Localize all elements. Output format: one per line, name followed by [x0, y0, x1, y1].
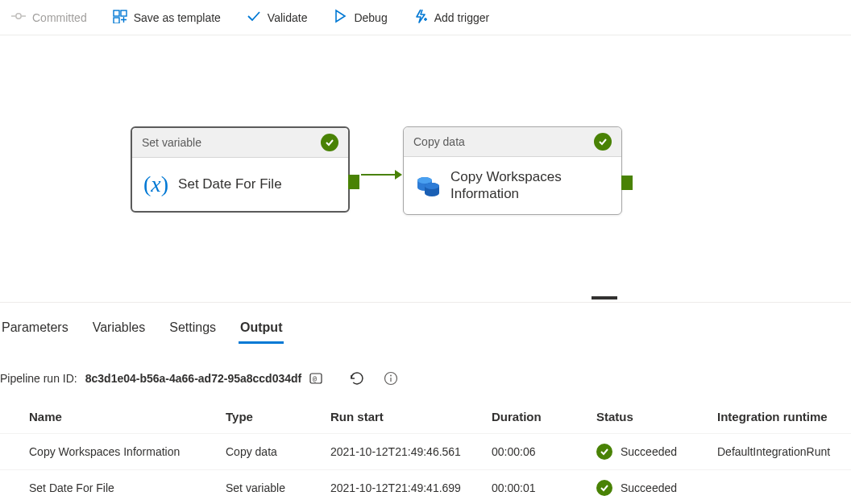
activity-header: Copy data — [404, 127, 621, 157]
activity-body: x Set Date For File — [132, 158, 348, 211]
cell-name: Copy Workspaces Information — [0, 434, 226, 470]
success-icon — [596, 444, 612, 460]
svg-point-0 — [16, 14, 21, 19]
output-table: Name Type Run start Duration Status Inte… — [0, 400, 851, 504]
bottom-tabs: Parameters Variables Settings Output — [0, 317, 851, 353]
save-as-template-label: Save as template — [134, 11, 221, 24]
cell-run-start: 2021-10-12T21:49:46.561 — [330, 434, 492, 470]
add-trigger-button[interactable]: Add trigger — [405, 4, 497, 31]
cell-duration: 00:00:06 — [492, 434, 596, 470]
refresh-icon[interactable] — [347, 368, 367, 389]
table-row[interactable]: Set Date For File Set variable 2021-10-1… — [0, 470, 851, 505]
cell-type: Copy data — [226, 434, 330, 470]
cell-type: Set variable — [226, 470, 330, 505]
debug-label: Debug — [354, 11, 387, 24]
activity-body: Copy Workspaces Information — [404, 157, 621, 214]
database-icon — [415, 172, 441, 198]
committed-label: Committed — [32, 11, 87, 24]
col-type[interactable]: Type — [226, 400, 330, 434]
col-runtime[interactable]: Integration runtime — [717, 400, 851, 434]
col-name[interactable]: Name — [0, 400, 226, 434]
connection-line — [361, 174, 396, 176]
validate-button[interactable]: Validate — [239, 4, 316, 31]
activity-header: Set variable — [132, 128, 348, 158]
validate-label: Validate — [268, 11, 308, 24]
arrow-head-icon — [395, 170, 402, 180]
trigger-icon — [413, 9, 428, 26]
activity-type-label: Set variable — [142, 136, 201, 149]
cell-status: Succeeded — [596, 470, 717, 505]
activity-name: Copy Workspaces Information — [450, 168, 610, 203]
success-icon — [594, 133, 612, 151]
committed-button: Committed — [3, 4, 95, 31]
activity-set-variable[interactable]: Set variable x Set Date For File — [131, 126, 350, 213]
tab-output[interactable]: Output — [239, 317, 284, 344]
bottom-panel: Parameters Variables Settings Output Pip… — [0, 303, 851, 504]
output-port[interactable] — [621, 176, 633, 190]
col-run-start[interactable]: Run start — [330, 400, 492, 434]
cell-runtime — [717, 470, 851, 505]
svg-rect-5 — [114, 18, 119, 23]
col-status[interactable]: Status — [596, 400, 717, 434]
success-icon — [596, 480, 612, 496]
check-icon — [247, 9, 261, 26]
commit-icon — [11, 9, 26, 26]
pipeline-run-row: Pipeline run ID: 8c3d1e04-b56a-4a66-ad72… — [0, 353, 851, 400]
cell-name: Set Date For File — [0, 470, 226, 505]
svg-marker-6 — [336, 10, 345, 22]
add-trigger-label: Add trigger — [434, 11, 489, 24]
table-header-row: Name Type Run start Duration Status Inte… — [0, 400, 851, 434]
copy-icon[interactable]: @ — [309, 373, 324, 384]
cell-runtime: DefaultIntegrationRunt — [717, 434, 851, 470]
activity-name: Set Date For File — [178, 176, 282, 192]
status-text: Succeeded — [621, 481, 677, 494]
pipeline-run-id-value: 8c3d1e04-b56a-4a66-ad72-95a8ccd034df — [85, 372, 302, 385]
toolbar: Committed Save as template Validate Debu… — [0, 0, 851, 35]
svg-rect-4 — [121, 10, 127, 16]
play-icon — [333, 9, 347, 26]
output-port[interactable] — [348, 175, 359, 189]
status-text: Succeeded — [621, 445, 677, 458]
variable-icon: x — [143, 171, 168, 197]
svg-point-10 — [417, 177, 432, 184]
col-duration[interactable]: Duration — [492, 400, 596, 434]
tab-parameters[interactable]: Parameters — [0, 317, 70, 344]
panel-splitter[interactable] — [592, 296, 617, 300]
pipeline-canvas[interactable]: Set variable x Set Date For File Copy da… — [0, 35, 851, 303]
info-icon[interactable] — [380, 368, 401, 389]
svg-text:@: @ — [313, 375, 317, 382]
cell-run-start: 2021-10-12T21:49:41.699 — [330, 470, 492, 505]
svg-point-16 — [390, 375, 392, 377]
tab-settings[interactable]: Settings — [168, 317, 218, 344]
cell-duration: 00:00:01 — [492, 470, 596, 505]
success-icon — [321, 134, 338, 151]
template-icon — [113, 9, 127, 26]
save-as-template-button[interactable]: Save as template — [105, 4, 229, 31]
tab-variables[interactable]: Variables — [91, 317, 147, 344]
activity-copy-data[interactable]: Copy data Copy Workspaces Information — [403, 126, 622, 215]
debug-button[interactable]: Debug — [325, 4, 395, 31]
svg-rect-3 — [114, 10, 119, 16]
activity-type-label: Copy data — [413, 135, 465, 148]
table-row[interactable]: Copy Workspaces Information Copy data 20… — [0, 434, 851, 470]
cell-status: Succeeded — [596, 434, 717, 470]
svg-point-12 — [425, 183, 439, 189]
pipeline-run-id-label: Pipeline run ID: — [0, 372, 77, 385]
